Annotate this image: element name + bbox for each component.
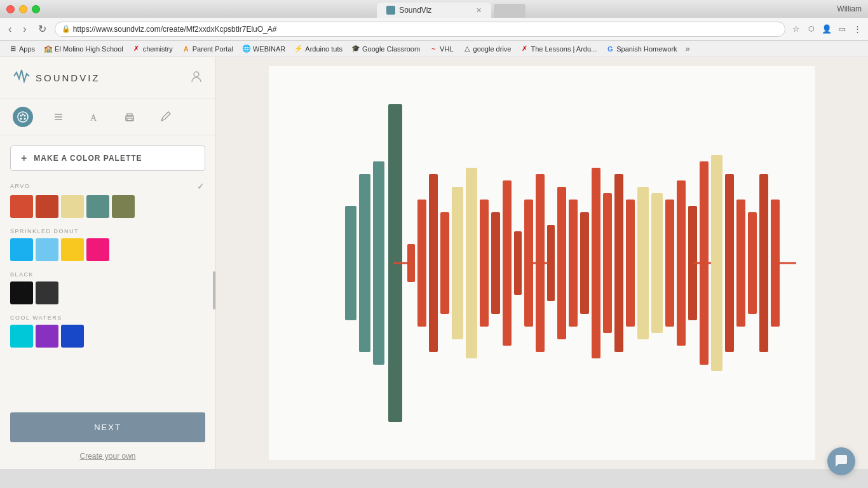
cool-waters-palette[interactable]: COOL WATERS: [10, 315, 205, 348]
bookmark-classroom[interactable]: 🎓 Google Classroom: [348, 43, 423, 55]
black-palette-name: BLACK: [10, 271, 205, 278]
visualization-area: [269, 66, 815, 460]
close-button[interactable]: [6, 5, 15, 13]
logo-icon: [13, 67, 31, 88]
svg-point-1: [18, 112, 28, 122]
svg-text:A: A: [90, 113, 97, 123]
svg-rect-33: [580, 212, 589, 314]
next-button[interactable]: NEXT: [10, 412, 205, 442]
profile-icon[interactable]: 👤: [821, 24, 832, 35]
swatch[interactable]: [86, 195, 109, 218]
new-tab-area: [494, 4, 526, 18]
swatch[interactable]: [112, 195, 135, 218]
tab-close-button[interactable]: ✕: [476, 6, 482, 15]
extensions-icon[interactable]: ⬡: [806, 24, 817, 35]
chemistry-icon: ✗: [132, 44, 141, 53]
svg-rect-14: [345, 206, 356, 320]
bookmark-gdrive[interactable]: △ google drive: [459, 43, 515, 55]
sprinkled-donut-swatches: [10, 238, 205, 261]
more-icon[interactable]: ⋮: [851, 24, 863, 35]
arduino-icon: ⚡: [294, 44, 303, 53]
palette-tool-button[interactable]: [13, 107, 33, 127]
swatch[interactable]: [61, 238, 84, 261]
swatch[interactable]: [61, 195, 84, 218]
tab-favicon: [386, 6, 395, 15]
user-name: William: [837, 4, 862, 13]
user-account-icon[interactable]: [190, 70, 203, 86]
logo-text: SOUNDVIZ: [36, 72, 100, 83]
swatch[interactable]: [10, 325, 33, 348]
bookmark-spanish[interactable]: G Spanish Homework: [602, 43, 680, 55]
chat-button[interactable]: [827, 447, 855, 475]
create-own-link[interactable]: Create your own: [79, 452, 135, 461]
scroll-indicator[interactable]: [213, 271, 215, 309]
bookmark-apps[interactable]: ⊞ Apps: [5, 43, 38, 55]
sprinkled-donut-palette[interactable]: SPRINKLED DONUT: [10, 228, 205, 261]
forward-button[interactable]: ›: [20, 22, 29, 36]
bookmark-elmolino[interactable]: 🏫 El Molino High School: [41, 43, 126, 55]
bookmark-parentportal[interactable]: A Parent Portal: [179, 43, 236, 55]
svg-rect-15: [359, 174, 370, 352]
browser-tab[interactable]: SoundViz ✕: [377, 3, 491, 18]
svg-rect-37: [626, 200, 635, 327]
svg-rect-34: [592, 168, 600, 358]
sidebar-header: SOUNDVIZ: [0, 57, 215, 99]
url-input[interactable]: 🔒 https://www.soundviz.com/create/Mf2xxd…: [55, 22, 785, 37]
waveform-visualization: [281, 79, 803, 447]
maximize-button[interactable]: [32, 5, 40, 13]
app-logo: SOUNDVIZ: [13, 67, 100, 88]
arvo-swatches: [10, 195, 205, 218]
svg-rect-24: [480, 200, 489, 327]
arvo-palette[interactable]: ARVO ✓: [10, 181, 205, 218]
swatch[interactable]: [10, 238, 33, 261]
palette-content: + MAKE A COLOR PALETTE ARVO ✓: [0, 135, 215, 407]
reload-button[interactable]: ↻: [35, 22, 50, 36]
swatch[interactable]: [61, 325, 84, 348]
svg-rect-39: [651, 193, 663, 333]
black-palette[interactable]: BLACK: [10, 271, 205, 304]
svg-point-0: [194, 72, 199, 77]
edit-tool-button[interactable]: [155, 107, 175, 127]
minimize-button[interactable]: [19, 5, 27, 13]
thelessons-icon: ✗: [520, 44, 529, 53]
ssl-icon: 🔒: [62, 25, 71, 33]
swatch[interactable]: [10, 195, 33, 218]
more-bookmarks[interactable]: »: [686, 44, 690, 53]
swatch[interactable]: [36, 325, 58, 348]
print-tool-button[interactable]: [119, 107, 140, 127]
list-tool-button[interactable]: [48, 107, 69, 127]
bookmark-thelessons[interactable]: ✗ The Lessons | Ardu...: [517, 43, 600, 55]
make-palette-button[interactable]: + MAKE A COLOR PALETTE: [10, 146, 205, 171]
thelessons-label: The Lessons | Ardu...: [531, 45, 597, 53]
svg-point-3: [24, 115, 26, 117]
os-titlebar: SoundViz ✕ William: [0, 0, 868, 18]
svg-rect-41: [677, 180, 686, 346]
selected-check-icon: ✓: [197, 181, 206, 191]
swatch[interactable]: [36, 195, 58, 218]
swatch[interactable]: [86, 238, 109, 261]
bookmark-webinar[interactable]: 🌐 WEBINAR: [239, 43, 288, 55]
bookmark-arduino[interactable]: ⚡ Arduino tuts: [291, 43, 346, 55]
svg-rect-35: [603, 193, 612, 333]
svg-rect-16: [373, 161, 384, 365]
text-tool-button[interactable]: A: [84, 107, 104, 127]
svg-point-4: [20, 118, 22, 120]
swatch[interactable]: [36, 238, 58, 261]
classroom-icon: 🎓: [351, 44, 360, 53]
cool-waters-palette-name: COOL WATERS: [10, 315, 205, 321]
svg-point-2: [20, 115, 22, 117]
svg-rect-38: [637, 187, 649, 339]
star-icon[interactable]: ☆: [790, 24, 802, 35]
bookmark-vhl[interactable]: ~ VHL: [426, 43, 456, 55]
swatch[interactable]: [10, 281, 33, 304]
svg-rect-27: [514, 231, 522, 295]
gdrive-icon: △: [463, 44, 471, 53]
svg-rect-21: [440, 212, 449, 314]
svg-rect-31: [557, 187, 566, 339]
back-button[interactable]: ‹: [5, 22, 15, 36]
svg-rect-32: [569, 200, 578, 327]
swatch[interactable]: [36, 281, 58, 304]
apps-icon: ⊞: [8, 44, 17, 53]
cast-icon[interactable]: ▭: [836, 24, 848, 35]
bookmark-chemistry[interactable]: ✗ chemistry: [129, 43, 176, 55]
